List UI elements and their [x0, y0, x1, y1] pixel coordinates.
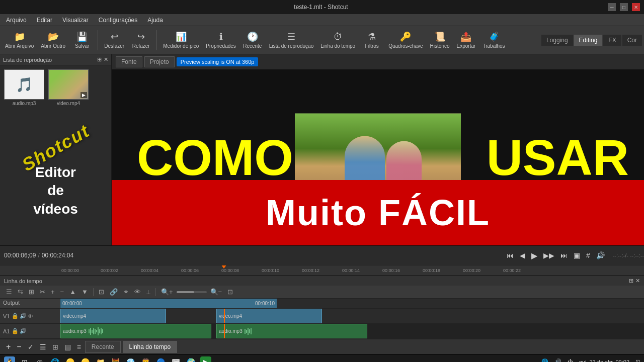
in-point-button[interactable]: ▣ [572, 250, 582, 260]
close-button[interactable]: ✕ [632, 3, 640, 11]
bottom-tab-recente[interactable]: Recente [85, 341, 121, 353]
tl-remove-btn[interactable]: − [58, 287, 66, 297]
toolbar-medidor[interactable]: 📊 Medidor de pico [160, 29, 202, 51]
menu-arquivo[interactable]: Arquivo [2, 16, 31, 25]
maximize-button[interactable]: □ [620, 3, 628, 11]
playlist-header-icons[interactable]: ⊞ ✕ [97, 56, 108, 63]
tl-zoom-slider[interactable] [177, 291, 207, 293]
audio-clip-1[interactable]: audio.mp3 [60, 324, 211, 338]
window-controls[interactable]: ─ □ ✕ [608, 3, 640, 11]
skip-to-start-button[interactable]: ⏮ [505, 250, 516, 260]
playlist-icon-expand[interactable]: ⊞ [97, 56, 102, 63]
minimize-button[interactable]: ─ [608, 3, 616, 11]
tl-fit-btn[interactable]: ⊡ [225, 287, 235, 297]
video-clip-1[interactable]: video.mp4 [60, 309, 166, 323]
mode-logging[interactable]: Logging [541, 35, 573, 46]
taskbar-icon-vivaldi[interactable]: 🟡 [64, 356, 75, 363]
tl-link-btn[interactable]: ⚭ [121, 287, 131, 297]
add-track-button[interactable]: + [4, 341, 13, 352]
taskbar-icon-files[interactable]: ◎ [34, 356, 45, 363]
track-a1-audio[interactable]: 🔊 [20, 328, 27, 334]
toolbar-trabalhos[interactable]: 🧳 Trabalhos [479, 29, 508, 51]
toolbar-historico[interactable]: 📜 Histórico [427, 29, 453, 51]
playlist-item-video[interactable]: ▶ video.mp4 [48, 69, 89, 106]
timeline-expand-icon[interactable]: ⊞ [629, 278, 633, 284]
tab-fonte[interactable]: Fonte [116, 56, 142, 67]
toolbar-desfazer[interactable]: ↩ Desfazer [101, 29, 127, 51]
check-button[interactable]: ✓ [26, 342, 36, 352]
play-button[interactable]: ▶ [529, 250, 539, 261]
toolbar-lista[interactable]: ☰ Lista de reprodução [266, 29, 316, 51]
filters-icon: ⚗ [368, 31, 376, 42]
grid-view-button[interactable]: ⊞ [50, 342, 60, 352]
tl-add-btn[interactable]: + [49, 287, 57, 297]
playlist-item-audio[interactable]: 🎵 audio.mp3 [4, 69, 44, 106]
taskbar-icon-yandex[interactable]: 🟡 [79, 356, 91, 363]
skip-to-end-button[interactable]: ⏭ [558, 250, 570, 260]
video-clip-2[interactable]: video.mp4 [216, 309, 322, 323]
taskbar-icon-globe[interactable]: 🌍 [185, 356, 196, 363]
list-view-button[interactable]: ☰ [38, 342, 48, 352]
track-v1-eye[interactable]: 👁 [28, 313, 33, 319]
grid-button[interactable]: # [584, 250, 592, 260]
forward-button[interactable]: ▶▶ [541, 250, 556, 260]
tl-magnet-btn[interactable]: 🔗 [108, 287, 120, 297]
volume-button[interactable]: 🔊 [594, 250, 607, 260]
bottom-tab-timeline[interactable]: Linha do tempo [123, 341, 178, 353]
toolbar-exportar[interactable]: 📤 Exportar [453, 29, 478, 51]
timeline-header-icons[interactable]: ⊞ ✕ [629, 278, 640, 284]
menu-configuracoes[interactable]: Configurações [95, 16, 141, 25]
toolbar-abrir-outro[interactable]: 📂 Abrir Outro [38, 29, 68, 51]
remove-track-button[interactable]: − [15, 341, 23, 352]
menu-visualizar[interactable]: Visualizar [58, 16, 93, 25]
taskbar-icon-chrome[interactable]: 🌐 [49, 356, 60, 363]
toolbar-filtros[interactable]: ⚗ Filtros [359, 29, 384, 51]
taskbar-icon-shotcut[interactable]: ▶ [200, 356, 211, 363]
track-a1-content[interactable]: audio.mp3 audio.mp3 [60, 324, 644, 338]
toolbar-timeline[interactable]: ⏱ Linha do tempo [317, 30, 358, 51]
playlist-icon-close[interactable]: ✕ [104, 56, 108, 63]
audio-clip-2[interactable]: audio.mp3 [216, 324, 367, 338]
rewind-button[interactable]: ◀ [518, 250, 527, 260]
output-clip[interactable]: 00:00:00 00:00:10 [60, 299, 277, 308]
taskbar-icon-zorin[interactable]: 🐧 [4, 356, 15, 363]
track-v1-content[interactable]: video.mp4 video.mp4 [60, 309, 644, 323]
tl-zoom-out-btn[interactable]: 🔍− [208, 287, 224, 297]
track-v1-lock[interactable]: 🔒 [12, 313, 19, 319]
taskbar-icon-libre[interactable]: 💎 [125, 356, 136, 363]
taskbar-icon-brave[interactable]: 🦁 [140, 356, 151, 363]
toolbar-propriedades[interactable]: ℹ Propriedades [203, 29, 238, 51]
track-v1-audio[interactable]: 🔊 [20, 313, 27, 319]
mode-cor[interactable]: Cor [622, 35, 642, 46]
tl-split-btn[interactable]: ⟂ [144, 287, 152, 297]
taskbar-icon-filemanager[interactable]: 📁 [95, 356, 106, 363]
small-view-button[interactable]: ▤ [62, 342, 73, 352]
taskbar-icon-desktop[interactable]: ⊞ [19, 356, 30, 363]
tl-lift-btn[interactable]: ✂ [38, 287, 47, 297]
menu-editar[interactable]: Editar [33, 16, 56, 25]
mode-editing[interactable]: Editing [574, 35, 603, 46]
tab-projeto[interactable]: Projeto [144, 56, 175, 67]
menu-ajuda[interactable]: Ajuda [143, 16, 167, 25]
taskbar-icon-opera[interactable]: 🔵 [155, 356, 166, 363]
toolbar-quadros[interactable]: 🔑 Quadros-chave [385, 29, 426, 51]
track-a1-lock[interactable]: 🔒 [12, 328, 19, 334]
tl-ripple-btn[interactable]: ⇆ [16, 287, 25, 297]
ruler-marks[interactable]: 00:00:00 00:00:02 00:00:04 00:00:06 00:0… [60, 265, 644, 275]
toolbar-refazer[interactable]: ↪ Refazer [128, 29, 153, 51]
detail-view-button[interactable]: ≡ [75, 342, 83, 352]
taskbar-icon-calculator[interactable]: 🧮 [110, 356, 121, 363]
mode-fx[interactable]: FX [603, 35, 621, 46]
tl-trim-btn[interactable]: ⊡ [97, 287, 106, 297]
timeline-close-icon[interactable]: ✕ [635, 278, 640, 284]
tl-snap-btn[interactable]: ⊞ [27, 287, 36, 297]
toolbar-salvar[interactable]: 💾 Salvar [69, 29, 95, 51]
taskbar-icon-news[interactable]: 📰 [170, 356, 181, 363]
tl-down-btn[interactable]: ▼ [79, 287, 90, 297]
tl-zoom-in-btn[interactable]: 🔍+ [159, 287, 175, 297]
tl-up-btn[interactable]: ▲ [67, 287, 78, 297]
toolbar-recente[interactable]: 🕐 Recente [240, 29, 265, 51]
toolbar-abrir-arquivo[interactable]: 📁 Abrir Arquivo [2, 29, 37, 51]
tl-menu-btn[interactable]: ☰ [4, 287, 14, 297]
tl-eye-btn[interactable]: 👁 [132, 287, 143, 297]
